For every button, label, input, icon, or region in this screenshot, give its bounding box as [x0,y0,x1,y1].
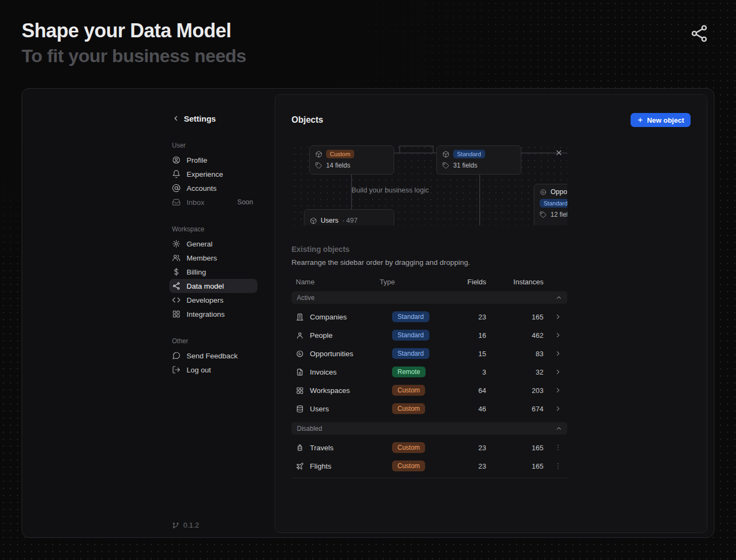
sidebar-item-experience[interactable]: Experience [169,167,257,181]
user-circle-icon [172,156,181,164]
sidebar-item-profile[interactable]: Profile [169,153,257,167]
invoice-icon [296,368,304,376]
target-icon [540,189,547,196]
node-users-label: Users [321,217,339,224]
tag-icon [442,162,449,169]
message-icon [172,351,181,360]
table-row-workspaces[interactable]: Workspaces Custom 64 203 [291,381,567,399]
node-opportunities-label: Opportunities [551,188,567,196]
section-label-user: User [169,142,257,149]
sidebar-item-send-feedback[interactable]: Send Feedback [169,349,257,363]
table-row-travels[interactable]: Travels Custom 23 165 [291,438,567,457]
chevron-up-icon[interactable] [555,294,562,301]
sidebar-item-data-model[interactable]: Data model [169,279,257,293]
sidebar-item-label: Integrations [187,310,225,318]
database-icon [296,405,304,413]
table-row-flights[interactable]: Flights Custom 23 165 [291,457,567,475]
chevron-up-icon[interactable] [555,425,562,432]
col-name: Name [296,278,380,286]
blocks-icon [172,310,181,318]
sidebar-item-integrations[interactable]: Integrations [169,307,257,321]
app-version: 0.1.2 [172,521,199,529]
new-object-button[interactable]: New object [631,113,691,127]
sidebar-item-label: Billing [187,268,206,276]
row-chevron[interactable] [543,313,567,321]
group-header-disabled[interactable]: Disabled [291,422,567,435]
target-icon [296,350,304,358]
data-model-logo-icon [689,24,709,43]
canvas-node-opportunities[interactable]: Opportunities Standard 12 fields [534,184,567,225]
table-row-users[interactable]: Users Custom 46 674 [291,399,567,418]
existing-objects-description: Rearrange the sidebar order by dragging … [291,258,691,266]
row-chevron[interactable] [543,386,567,394]
row-chevron[interactable] [543,405,567,412]
existing-objects-title: Existing objects [291,245,691,254]
table-row-people[interactable]: People Standard 16 462 [291,326,567,344]
inbox-icon [172,198,181,206]
users-icon [172,254,181,262]
cube-icon [442,151,449,158]
dots-vertical-icon [554,444,562,451]
type-badge: Standard [392,311,429,322]
code-icon [172,296,181,304]
fields-count: 31 fields [453,162,478,169]
at-sign-icon [172,184,181,192]
dollar-icon [172,268,181,276]
remove-connection-icon[interactable] [555,149,563,157]
data-model-canvas[interactable]: Custom 14 fields Standard 31 fields [291,144,567,225]
canvas-caption: Build your business logic [352,186,443,194]
table-divider [291,478,567,478]
type-badge: Custom [392,461,425,471]
tag-icon [315,162,322,169]
chevron-right-icon [554,405,562,412]
building-icon [296,313,304,321]
sidebar-item-inbox: Inbox Soon [169,195,257,209]
sidebar-item-accounts[interactable]: Accounts [169,181,257,195]
sidebar-item-members[interactable]: Members [169,251,257,265]
custom-badge: Custom [326,150,354,158]
group-header-active[interactable]: Active [291,291,567,304]
table-header: Name Type Fields Instances [291,275,567,288]
canvas-node-users[interactable]: Users · 497 [304,209,394,225]
section-label-workspace: Workspace [169,225,257,233]
row-chevron[interactable] [543,350,567,357]
page-subtitle: To fit your business needs [22,45,246,66]
sidebar-item-billing[interactable]: Billing [169,265,257,279]
sidebar-item-developers[interactable]: Developers [169,293,257,307]
sidebar-item-label: Inbox [187,198,204,206]
type-badge: Remote [392,366,426,377]
soon-badge: Soon [237,198,253,206]
sidebar-item-label: General [187,240,213,248]
table-row-opportunities[interactable]: Opportunities Standard 15 83 [291,344,567,363]
sidebar-item-log-out[interactable]: Log out [169,363,257,377]
git-branch-icon [172,522,180,529]
table-row-invoices[interactable]: Invoices Remote 3 32 [291,363,567,381]
version-label: 0.1.2 [183,521,199,529]
section-label-other: Other [169,337,257,345]
sidebar-item-label: Members [187,254,217,262]
col-fields: Fields [452,278,486,286]
sidebar-title: Settings [184,114,216,123]
sidebar-item-label: Profile [187,156,207,164]
canvas-node-custom[interactable]: Custom 14 fields [309,145,394,175]
standard-badge: Standard [540,199,567,208]
fields-count: 12 fields [551,211,567,218]
row-menu-button[interactable] [543,444,567,451]
row-chevron[interactable] [543,368,567,376]
tag-icon [540,211,547,218]
objects-panel: Objects New object Custom [275,94,707,533]
table-row-companies[interactable]: Companies Standard 23 165 [291,308,567,326]
luggage-icon [296,444,304,452]
sidebar-item-general[interactable]: General [169,237,257,251]
sidebar-item-label: Developers [187,296,223,304]
sidebar-item-label: Accounts [187,184,217,192]
canvas-node-standard[interactable]: Standard 31 fields [436,145,521,175]
node-users-count: · 497 [342,217,358,224]
gear-icon [172,239,181,248]
settings-back-button[interactable]: Settings [169,112,257,124]
logout-icon [172,365,181,374]
plane-icon [296,462,304,470]
row-menu-button[interactable] [543,462,567,470]
row-chevron[interactable] [543,331,567,339]
disabled-rows: Travels Custom 23 165 Flights Custom 23 … [291,438,691,475]
